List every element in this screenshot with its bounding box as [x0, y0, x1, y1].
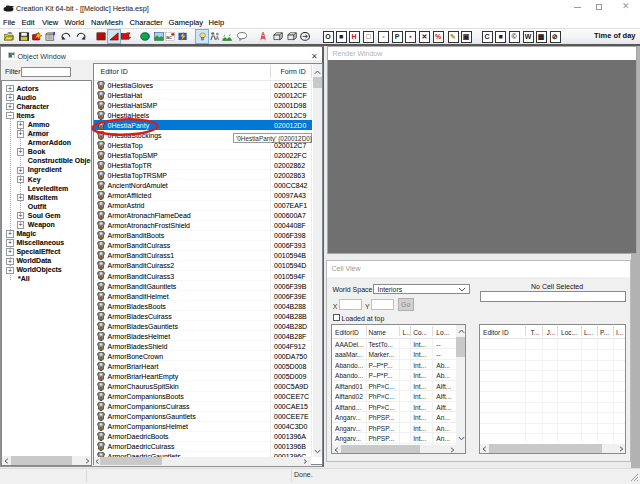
svg-text:ac: ac: [166, 34, 172, 40]
svg-text:PG: PG: [35, 32, 39, 35]
